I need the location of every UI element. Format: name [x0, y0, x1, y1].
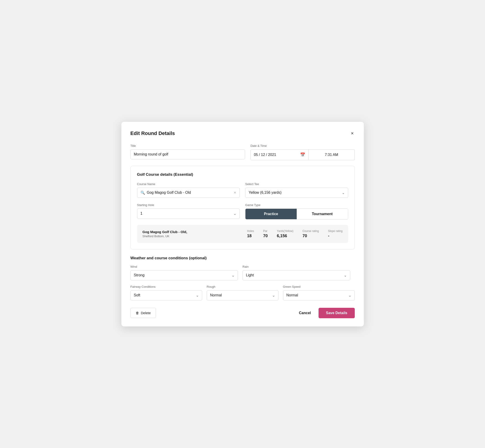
- course-info-name-location: Gog Magog Golf Club - Old, Shelford Bott…: [143, 230, 187, 238]
- modal-title: Edit Round Details: [130, 130, 175, 136]
- rain-value: Light: [246, 273, 344, 277]
- starting-hole-group: Starting Hole 1 ⌄: [137, 203, 240, 219]
- yards-value: 6,156: [277, 233, 287, 238]
- calendar-icon: 📅: [300, 152, 305, 157]
- chevron-down-icon-2: ⌄: [233, 211, 236, 216]
- course-info-box: Gog Magog Golf Club - Old, Shelford Bott…: [137, 225, 348, 243]
- wind-label: Wind: [130, 265, 238, 268]
- chevron-down-icon-wind: ⌄: [232, 273, 234, 278]
- green-speed-label: Green Speed: [283, 285, 355, 288]
- title-group: Title: [130, 144, 245, 160]
- wind-value: Strong: [134, 273, 232, 277]
- starting-hole-label: Starting Hole: [137, 203, 240, 207]
- datetime-group: Date & Time 05 / 12 / 2021 📅 7:31 AM: [251, 144, 355, 160]
- starting-hole-value: 1: [140, 211, 234, 216]
- footer-right: Cancel Save Details: [297, 308, 355, 318]
- select-tee-dropdown[interactable]: Yellow (6,156 yards) ⌄: [245, 188, 348, 198]
- wind-rain-row: Wind Strong ⌄ Rain Light ⌄: [130, 265, 355, 280]
- game-type-label: Game Type: [245, 203, 348, 207]
- game-type-group: Game Type Practice Tournament: [245, 203, 348, 219]
- course-name-label: Course Name: [137, 182, 240, 186]
- chevron-down-icon-rough: ⌄: [272, 293, 275, 297]
- course-info-name: Gog Magog Golf Club - Old,: [143, 230, 187, 234]
- modal-header: Edit Round Details ×: [130, 130, 355, 137]
- fairway-group: Fairway Conditions Soft ⌄: [130, 285, 202, 301]
- stat-holes: Holes 18: [247, 230, 254, 238]
- slope-rating-label: Slope rating: [328, 230, 342, 233]
- game-type-toggle: Practice Tournament: [245, 208, 348, 219]
- course-info-stats: Holes 18 Par 70 Yards(Yellow) 6,156 Cour…: [247, 230, 343, 238]
- time-input[interactable]: 7:31 AM: [308, 149, 355, 160]
- course-name-group: Course Name 🔍 ✕: [137, 182, 240, 198]
- date-time-fields: 05 / 12 / 2021 📅 7:31 AM: [251, 149, 355, 160]
- select-tee-group: Select Tee Yellow (6,156 yards) ⌄: [245, 182, 348, 198]
- title-datetime-row: Title Date & Time 05 / 12 / 2021 📅 7:31 …: [130, 144, 355, 160]
- stat-yards: Yards(Yellow) 6,156: [277, 230, 293, 238]
- rain-group: Rain Light ⌄: [242, 265, 350, 280]
- close-button[interactable]: ×: [350, 130, 355, 137]
- delete-button[interactable]: 🗑 Delete: [130, 308, 156, 318]
- edit-round-modal: Edit Round Details × Title Date & Time 0…: [121, 122, 364, 327]
- course-rating-label: Course rating: [302, 230, 319, 233]
- course-info-location: Shelford Bottom, UK: [143, 234, 187, 238]
- green-speed-value: Normal: [286, 293, 348, 297]
- green-speed-group: Green Speed Normal ⌄: [283, 285, 355, 301]
- practice-button[interactable]: Practice: [245, 209, 297, 219]
- starting-hole-dropdown[interactable]: 1 ⌄: [137, 208, 240, 219]
- course-tee-row: Course Name 🔍 ✕ Select Tee Yellow (6,156…: [137, 182, 348, 198]
- delete-label: Delete: [141, 311, 151, 315]
- slope-rating-value: -: [328, 233, 329, 238]
- fairway-label: Fairway Conditions: [130, 285, 202, 288]
- par-label: Par: [263, 230, 267, 233]
- chevron-down-icon: ⌄: [342, 191, 345, 195]
- select-tee-value: Yellow (6,156 yards): [249, 191, 342, 195]
- green-speed-dropdown[interactable]: Normal ⌄: [283, 290, 355, 301]
- rough-value: Normal: [210, 293, 272, 297]
- rough-dropdown[interactable]: Normal ⌄: [207, 290, 278, 301]
- golf-course-title: Golf Course details (Essential): [137, 172, 348, 177]
- trash-icon: 🗑: [136, 311, 139, 315]
- rain-dropdown[interactable]: Light ⌄: [242, 270, 350, 280]
- chevron-down-icon-rain: ⌄: [344, 273, 347, 278]
- stat-par: Par 70: [263, 230, 268, 238]
- course-search-input[interactable]: [147, 191, 232, 195]
- footer-row: 🗑 Delete Cancel Save Details: [130, 308, 355, 318]
- datetime-label: Date & Time: [251, 144, 355, 147]
- wind-dropdown[interactable]: Strong ⌄: [130, 270, 238, 280]
- date-input[interactable]: 05 / 12 / 2021 📅: [251, 149, 308, 160]
- weather-section: Weather and course conditions (optional)…: [130, 256, 355, 301]
- stat-slope-rating: Slope rating -: [328, 230, 342, 238]
- course-search-wrap[interactable]: 🔍 ✕: [137, 188, 240, 198]
- fairway-value: Soft: [134, 293, 196, 297]
- course-rating-value: 70: [302, 233, 307, 238]
- title-label: Title: [130, 144, 245, 147]
- yards-label: Yards(Yellow): [277, 230, 293, 233]
- rough-label: Rough: [207, 285, 278, 288]
- fairway-dropdown[interactable]: Soft ⌄: [130, 290, 202, 301]
- rain-label: Rain: [242, 265, 350, 268]
- tournament-button[interactable]: Tournament: [297, 209, 348, 219]
- fairway-rough-green-row: Fairway Conditions Soft ⌄ Rough Normal ⌄…: [130, 285, 355, 301]
- select-tee-label: Select Tee: [245, 182, 348, 186]
- chevron-down-icon-fairway: ⌄: [196, 293, 199, 297]
- holes-value: 18: [247, 233, 252, 238]
- cancel-button[interactable]: Cancel: [297, 308, 313, 318]
- hole-gametype-row: Starting Hole 1 ⌄ Game Type Practice Tou…: [137, 203, 348, 219]
- date-value: 05 / 12 / 2021: [254, 153, 300, 157]
- par-value: 70: [263, 233, 268, 238]
- rough-group: Rough Normal ⌄: [207, 285, 278, 301]
- clear-icon[interactable]: ✕: [234, 191, 236, 194]
- title-input[interactable]: [130, 149, 245, 159]
- stat-course-rating: Course rating 70: [302, 230, 319, 238]
- weather-title: Weather and course conditions (optional): [130, 256, 355, 260]
- holes-label: Holes: [247, 230, 254, 233]
- chevron-down-icon-green: ⌄: [348, 293, 351, 297]
- time-value: 7:31 AM: [325, 153, 338, 157]
- search-icon: 🔍: [140, 191, 145, 195]
- save-button[interactable]: Save Details: [319, 308, 355, 318]
- golf-course-section: Golf Course details (Essential) Course N…: [130, 166, 355, 249]
- wind-group: Wind Strong ⌄: [130, 265, 238, 280]
